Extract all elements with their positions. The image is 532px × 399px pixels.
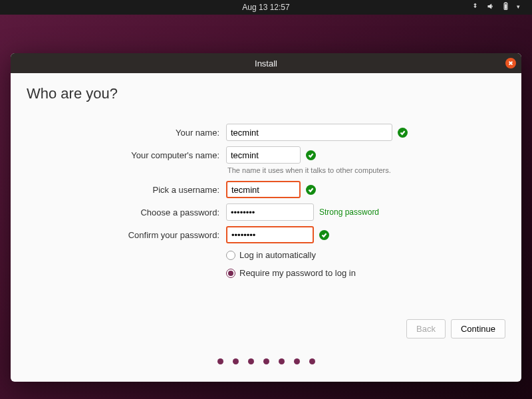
menu-caret-icon[interactable]: ▾ [517, 3, 525, 12]
dot [294, 358, 300, 364]
titlebar: Install [11, 53, 521, 73]
radio-auto-login[interactable]: Log in automatically [226, 249, 505, 261]
radio-label: Log in automatically [239, 250, 316, 260]
computer-hint: The name it uses when it talks to other … [226, 166, 505, 174]
network-icon[interactable] [471, 2, 479, 13]
label-password: Choose a password: [27, 207, 226, 217]
svg-rect-1 [505, 2, 507, 3]
battery-icon[interactable] [501, 2, 510, 13]
progress-dots [27, 358, 505, 364]
radio-label: Require my password to log in [239, 268, 356, 278]
dot [233, 358, 239, 364]
dot [279, 358, 285, 364]
username-input[interactable] [226, 181, 301, 198]
clock[interactable]: Aug 13 12:57 [242, 3, 289, 12]
dot [217, 358, 223, 364]
check-icon [306, 150, 316, 160]
content: Who are you? Your name: Your computer's … [11, 73, 521, 382]
password-strength: Strong password [319, 207, 379, 217]
label-name: Your name: [27, 128, 226, 138]
topbar: Aug 13 12:57 ▾ [0, 0, 532, 15]
page-heading: Who are you? [27, 85, 505, 102]
radio-icon [226, 251, 235, 260]
svg-rect-2 [505, 4, 507, 9]
close-button[interactable] [505, 58, 516, 68]
confirm-password-input[interactable] [226, 226, 314, 243]
check-icon [319, 230, 329, 240]
label-confirm: Confirm your password: [27, 230, 226, 240]
name-input[interactable] [226, 124, 392, 141]
dot [263, 358, 269, 364]
computer-name-input[interactable] [226, 146, 301, 164]
label-computer: Your computer's name: [27, 150, 226, 160]
footer-buttons: Back Continue [27, 319, 505, 338]
check-icon [306, 185, 316, 195]
radio-icon [226, 269, 235, 278]
dot [309, 358, 315, 364]
user-form: Your name: Your computer's name: The nam… [27, 124, 505, 279]
radio-require-password[interactable]: Require my password to log in [226, 267, 505, 279]
back-button: Back [406, 319, 446, 338]
window-title: Install [255, 59, 277, 68]
installer-window: Install Who are you? Your name: Your com… [11, 53, 521, 382]
check-icon [398, 128, 408, 138]
system-tray: ▾ [471, 2, 525, 13]
dot [248, 358, 254, 364]
password-input[interactable] [226, 203, 314, 221]
continue-button[interactable]: Continue [451, 319, 505, 338]
volume-icon[interactable] [486, 2, 495, 13]
label-username: Pick a username: [27, 185, 226, 195]
